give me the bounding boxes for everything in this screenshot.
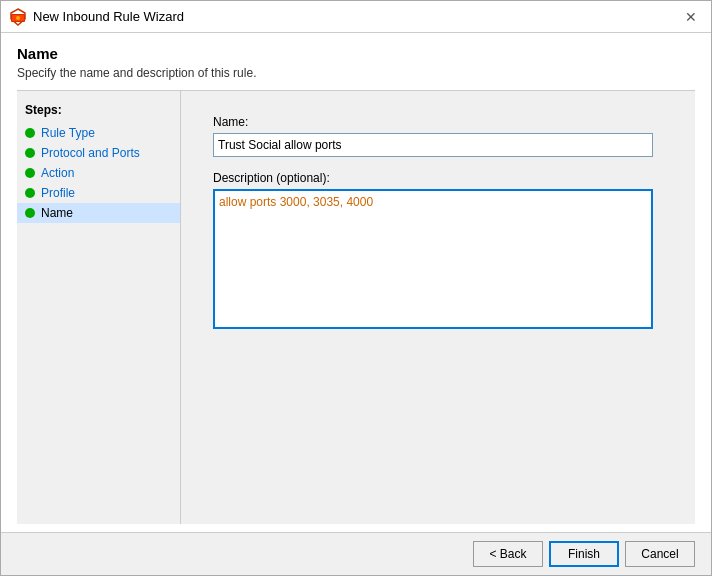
window-icon [9,8,27,26]
sidebar-item-label-rule-type: Rule Type [41,126,95,140]
page-subtitle: Specify the name and description of this… [17,66,695,80]
svg-point-3 [16,16,20,20]
sidebar-item-label-action: Action [41,166,74,180]
page-title: Name [17,45,695,62]
sidebar-item-action[interactable]: Action [17,163,180,183]
step-dot-profile [25,188,35,198]
sidebar-item-label-profile: Profile [41,186,75,200]
back-button[interactable]: < Back [473,541,543,567]
sidebar-item-protocol-ports[interactable]: Protocol and Ports [17,143,180,163]
description-textarea[interactable] [213,189,653,329]
step-dot-action [25,168,35,178]
name-label: Name: [213,115,663,129]
sidebar: Steps: Rule Type Protocol and Ports Acti… [17,91,181,524]
content-area: Name Specify the name and description of… [1,33,711,532]
sidebar-item-name[interactable]: Name [17,203,180,223]
close-button[interactable]: ✕ [679,5,703,29]
sidebar-item-rule-type[interactable]: Rule Type [17,123,180,143]
form-area: Name: Description (optional): [181,91,695,524]
sidebar-item-label-name: Name [41,206,73,220]
description-group: Description (optional): [213,171,663,332]
description-label: Description (optional): [213,171,663,185]
name-input[interactable] [213,133,653,157]
wizard-window: New Inbound Rule Wizard ✕ Name Specify t… [0,0,712,576]
window-title: New Inbound Rule Wizard [33,9,679,24]
step-dot-protocol-ports [25,148,35,158]
sidebar-item-profile[interactable]: Profile [17,183,180,203]
finish-button[interactable]: Finish [549,541,619,567]
steps-label: Steps: [17,99,180,123]
main-body: Steps: Rule Type Protocol and Ports Acti… [17,90,695,524]
cancel-button[interactable]: Cancel [625,541,695,567]
step-dot-rule-type [25,128,35,138]
step-dot-name [25,208,35,218]
sidebar-item-label-protocol-ports: Protocol and Ports [41,146,140,160]
name-group: Name: [213,115,663,157]
title-bar: New Inbound Rule Wizard ✕ [1,1,711,33]
button-bar: < Back Finish Cancel [1,532,711,575]
